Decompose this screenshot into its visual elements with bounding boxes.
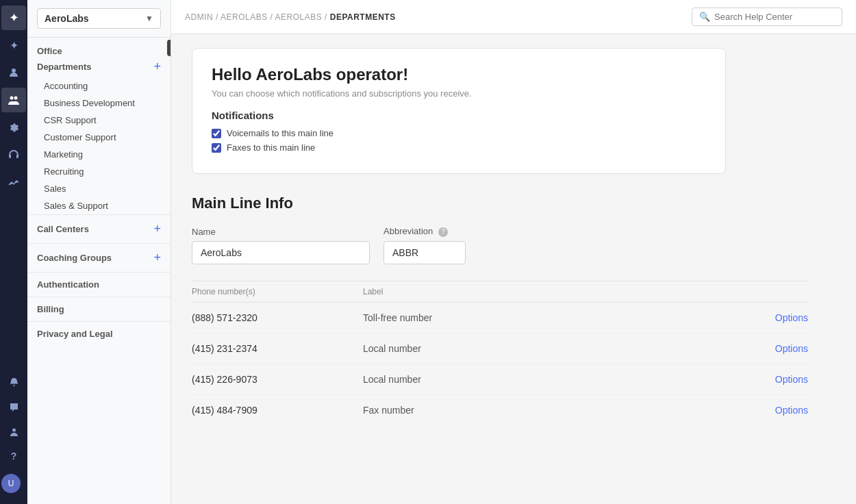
org-selector[interactable]: AeroLabs ▼ [37, 8, 161, 29]
phone-row-4: (415) 484-7909 Fax number Options [192, 395, 808, 426]
coaching-groups-section[interactable]: Coaching Groups + [27, 243, 171, 272]
phone-label-3: Local number [363, 374, 775, 385]
hello-card: Hello AeroLabs operator! You can choose … [192, 48, 726, 174]
voicemail-label: Voicemails to this main line [227, 128, 333, 138]
contact-icon[interactable] [1, 60, 26, 85]
sidebar-item-customer-support[interactable]: Customer Support [37, 129, 161, 146]
office-section: Office Departments + Add a Department Ac… [27, 38, 171, 214]
sidebar-item-sales[interactable]: Sales [37, 180, 161, 197]
chevron-down-icon: ▼ [145, 14, 153, 23]
phone-table-header: Phone number(s) Label [192, 281, 808, 303]
main-line-title: Main Line Info [192, 194, 835, 212]
user-profile-icon[interactable] [1, 419, 26, 444]
abbreviation-help-icon[interactable]: ? [438, 227, 448, 237]
options-link-2[interactable]: Options [775, 343, 808, 354]
sidebar-header: AeroLabs ▼ [27, 0, 171, 38]
chat-icon[interactable] [1, 394, 26, 419]
name-label: Name [192, 227, 370, 237]
options-link-1[interactable]: Options [775, 312, 808, 323]
office-label: Office [37, 46, 161, 56]
hello-title: Hello AeroLabs operator! [212, 65, 706, 84]
call-centers-section[interactable]: Call Centers + [27, 214, 171, 243]
phone-number-4: (415) 484-7909 [192, 405, 363, 416]
logo-icon[interactable]: ✦ [1, 5, 26, 30]
search-icon: 🔍 [699, 12, 710, 22]
sidebar-item-business-development[interactable]: Business Development [37, 94, 161, 112]
sidebar-item-marketing[interactable]: Marketing [37, 146, 161, 163]
departments-title: Departments [37, 62, 91, 72]
phone-table: Phone number(s) Label (888) 571-2320 Tol… [192, 281, 808, 426]
col-label: Label [363, 287, 808, 297]
options-link-4[interactable]: Options [775, 405, 808, 416]
breadcrumb-current: DEPARTMENTS [330, 12, 396, 22]
name-group: Name [192, 227, 370, 264]
phone-row-1: (888) 571-2320 Toll-free number Options [192, 303, 808, 333]
search-box[interactable]: 🔍 [692, 8, 842, 26]
fax-label: Faxes to this main line [227, 142, 315, 153]
hello-subtitle: You can choose which notifications and s… [212, 88, 706, 99]
phone-label-1: Toll-free number [363, 312, 775, 323]
icon-bar: ✦ ✦ ? U [0, 0, 27, 504]
departments-list: Accounting Business Development CSR Supp… [37, 77, 161, 214]
sidebar-item-csr-support[interactable]: CSR Support [37, 112, 161, 129]
authentication-section[interactable]: Authentication [27, 272, 171, 297]
help-circle-icon[interactable]: ? [1, 444, 26, 468]
abbreviation-input[interactable] [383, 241, 466, 264]
sidebar: AeroLabs ▼ Office Departments + Add a De… [27, 0, 171, 504]
headset-icon[interactable] [1, 142, 26, 167]
phone-number-3: (415) 226-9073 [192, 374, 363, 385]
top-bar: ADMIN / AEROLABS / AEROLABS / DEPARTMENT… [171, 0, 856, 34]
svg-point-1 [10, 97, 14, 100]
avatar[interactable]: U [1, 474, 21, 493]
add-coaching-group-button[interactable]: + [153, 251, 161, 265]
privacy-legal-section[interactable]: Privacy and Legal [27, 321, 171, 346]
icon-bar-bottom: ? U [1, 370, 26, 499]
add-call-center-button[interactable]: + [153, 222, 161, 236]
main-content: ADMIN / AEROLABS / AEROLABS / DEPARTMENT… [171, 0, 856, 504]
content-area: Hello AeroLabs operator! You can choose … [171, 34, 856, 504]
options-link-3[interactable]: Options [775, 374, 808, 385]
authentication-label: Authentication [37, 279, 99, 290]
sidebar-item-recruiting[interactable]: Recruiting [37, 163, 161, 180]
call-centers-label: Call Centers [37, 224, 89, 234]
abbreviation-group: Abbreviation ? [383, 226, 466, 264]
phone-row-3: (415) 226-9073 Local number Options [192, 364, 808, 395]
abbreviation-label: Abbreviation ? [383, 226, 466, 237]
voicemail-checkbox-item: Voicemails to this main line [212, 128, 706, 138]
analytics-icon[interactable] [1, 170, 26, 194]
billing-section[interactable]: Billing [27, 297, 171, 321]
svg-point-3 [12, 428, 16, 431]
sidebar-item-sales-support[interactable]: Sales & Support [37, 197, 161, 214]
coaching-groups-label: Coaching Groups [37, 253, 112, 263]
name-input[interactable] [192, 241, 370, 264]
form-row: Name Abbreviation ? [192, 226, 835, 264]
fax-checkbox-item: Faxes to this main line [212, 142, 706, 153]
sidebar-item-accounting[interactable]: Accounting [37, 77, 161, 94]
gear-icon[interactable] [1, 115, 26, 140]
breadcrumb: ADMIN / AEROLABS / AEROLABS / DEPARTMENT… [185, 12, 396, 22]
notifications-heading: Notifications [212, 110, 706, 121]
phone-row-2: (415) 231-2374 Local number Options [192, 333, 808, 364]
phone-number-2: (415) 231-2374 [192, 343, 363, 354]
departments-header: Departments + Add a Department [37, 60, 161, 73]
col-phone: Phone number(s) [192, 287, 363, 297]
privacy-legal-label: Privacy and Legal [37, 329, 113, 339]
fax-checkbox[interactable] [212, 143, 221, 153]
star-icon[interactable]: ✦ [1, 33, 26, 58]
phone-number-1: (888) 571-2320 [192, 312, 363, 323]
org-name: AeroLabs [45, 13, 89, 24]
search-input[interactable] [714, 12, 835, 22]
add-department-button[interactable]: + [153, 60, 161, 73]
svg-point-2 [14, 97, 18, 100]
phone-label-4: Fax number [363, 405, 775, 416]
billing-label: Billing [37, 304, 64, 314]
svg-point-0 [12, 68, 16, 73]
notification-icon[interactable] [1, 370, 26, 394]
group-icon[interactable] [1, 88, 26, 112]
voicemail-checkbox[interactable] [212, 129, 221, 138]
phone-label-2: Local number [363, 343, 775, 354]
